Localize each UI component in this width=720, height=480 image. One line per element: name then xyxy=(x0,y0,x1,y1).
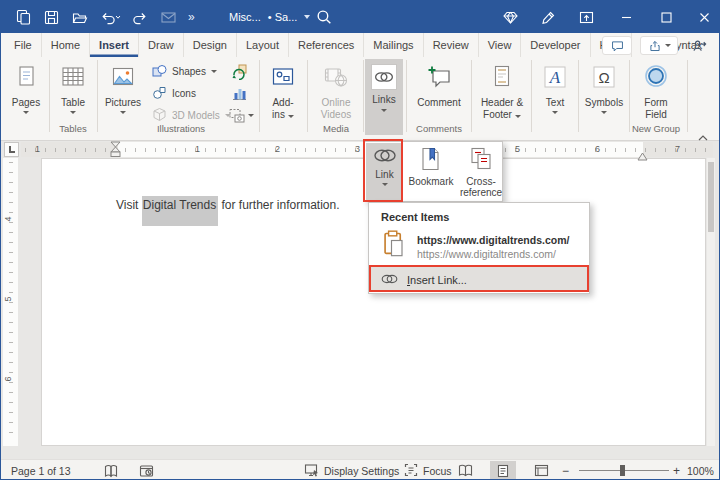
tab-review[interactable]: Review xyxy=(423,33,478,57)
chevron-down-icon xyxy=(304,15,310,19)
chevron-down-icon xyxy=(601,111,607,114)
tab-draw[interactable]: Draw xyxy=(138,33,183,57)
chevron-down-icon xyxy=(552,111,558,114)
ruler-mark: 1 xyxy=(35,144,40,154)
recent-link-subtitle: https://www.digitaltrends.com/ xyxy=(417,248,556,260)
link-menu-item[interactable]: Link xyxy=(366,143,403,201)
autosave-status: • Sa... xyxy=(268,11,298,23)
link-icon xyxy=(373,147,397,166)
comments-button[interactable] xyxy=(602,36,632,55)
tab-references[interactable]: References xyxy=(288,33,363,57)
chart-button[interactable] xyxy=(231,85,248,102)
svg-text:A: A xyxy=(549,68,561,87)
pages-button[interactable]: Pages xyxy=(7,59,45,135)
3d-models-button: 3D Models xyxy=(152,107,231,124)
ruler-mark: 5 xyxy=(515,144,520,154)
chevron-down-icon xyxy=(120,111,126,114)
chevron-down-icon xyxy=(381,109,387,112)
document-title[interactable]: Misc... • Sa... xyxy=(229,1,310,33)
zoom-level[interactable]: 100% xyxy=(687,460,714,480)
tab-developer[interactable]: Developer xyxy=(520,33,589,57)
tab-design[interactable]: Design xyxy=(183,33,236,57)
vertical-ruler[interactable]: 4 5 6 xyxy=(3,158,18,446)
tab-stop-icon xyxy=(9,146,15,153)
zoom-slider-thumb[interactable] xyxy=(620,465,625,476)
tab-file[interactable]: File xyxy=(5,33,41,57)
link-submenu: Recent Items https://www.digitaltrends.c… xyxy=(368,202,590,294)
presenter-icon[interactable] xyxy=(691,38,708,58)
save-icon[interactable] xyxy=(43,9,60,26)
quick-access-toolbar: » xyxy=(15,1,196,33)
shapes-button[interactable]: Shapes xyxy=(152,63,217,80)
chevron-down-icon xyxy=(382,183,388,186)
right-indent-marker[interactable] xyxy=(637,147,648,165)
search-icon[interactable] xyxy=(315,8,333,30)
tab-mailings[interactable]: Mailings xyxy=(363,33,422,57)
print-layout-button[interactable] xyxy=(490,461,516,480)
tab-home[interactable]: Home xyxy=(41,33,89,57)
bookmark-icon xyxy=(420,147,442,173)
insert-link-menu-item[interactable]: Insert Link... xyxy=(371,267,589,292)
header-footer-button[interactable]: Header & Footer xyxy=(475,59,529,135)
group-label-media: Media xyxy=(311,123,361,134)
text-button[interactable]: A Text xyxy=(535,59,575,135)
minimize-button[interactable] xyxy=(609,1,643,33)
maximize-button[interactable] xyxy=(649,1,683,33)
symbols-button[interactable]: Ω Symbols xyxy=(582,59,626,135)
3d-models-icon xyxy=(152,107,167,124)
links-button[interactable]: Links xyxy=(365,59,403,135)
chevron-down-icon xyxy=(515,115,521,118)
close-button[interactable] xyxy=(687,1,720,33)
links-icon xyxy=(371,64,397,90)
addin-gem-icon[interactable] xyxy=(493,1,527,33)
open-folder-icon[interactable] xyxy=(71,9,88,26)
indent-marker[interactable] xyxy=(110,141,121,162)
ribbon-display-options-icon[interactable] xyxy=(569,1,603,33)
ruler-mark: 3 xyxy=(355,144,360,154)
ribbon: Pages Table Tables Pictures Shapes Icons xyxy=(1,57,719,141)
zoom-in-button[interactable]: + xyxy=(673,460,680,480)
tab-layout[interactable]: Layout xyxy=(236,33,288,57)
zoom-out-button[interactable]: − xyxy=(562,460,569,480)
bookmark-menu-item[interactable]: Bookmark xyxy=(403,143,459,201)
online-videos-icon xyxy=(323,64,349,93)
screenshot-button[interactable] xyxy=(229,107,254,124)
tab-selector-button[interactable] xyxy=(4,142,19,157)
read-mode-button[interactable] xyxy=(452,461,478,480)
icons-button[interactable]: Icons xyxy=(152,85,196,102)
document-text-line[interactable]: Visit Digital Trends for further informa… xyxy=(116,198,340,212)
insert-link-icon xyxy=(381,273,398,287)
header-footer-icon xyxy=(489,64,515,93)
web-layout-button[interactable] xyxy=(528,461,554,480)
redo-icon[interactable] xyxy=(132,9,149,26)
autosave-history-icon[interactable] xyxy=(139,460,154,480)
ruler-mark: 5 xyxy=(3,296,13,301)
document-area: 1 1 2 3 4 5 6 7 4 5 6 Visit Digital Tren… xyxy=(1,141,719,459)
email-icon xyxy=(160,9,177,26)
ruler-mark: 4 xyxy=(3,216,13,221)
tab-insert[interactable]: Insert xyxy=(89,33,138,57)
comment-icon xyxy=(426,64,452,93)
qat-overflow-button[interactable]: » xyxy=(188,10,196,24)
ruler-mark: 6 xyxy=(595,144,600,154)
tab-view[interactable]: View xyxy=(478,33,521,57)
add-ins-button[interactable]: Add- ins xyxy=(263,59,303,135)
recent-link-title[interactable]: https://www.digitaltrends.com/ xyxy=(417,234,569,246)
smartart-button[interactable] xyxy=(231,63,248,80)
vertical-scrollbar[interactable] xyxy=(707,158,715,446)
share-button[interactable] xyxy=(640,36,678,55)
cross-reference-icon xyxy=(469,147,493,173)
ink-editor-icon[interactable] xyxy=(531,1,565,33)
clipboard-icon xyxy=(383,230,407,262)
cross-reference-menu-item[interactable]: Cross- reference xyxy=(459,143,503,201)
icons-icon xyxy=(152,85,167,102)
status-bar: Page 1 of 13 Display Settings Focus − + … xyxy=(1,459,719,480)
focus-button[interactable]: Focus xyxy=(404,460,452,480)
scrollbar-thumb[interactable] xyxy=(708,162,714,232)
paste-icon[interactable] xyxy=(15,9,32,26)
page-indicator[interactable]: Page 1 of 13 xyxy=(11,460,71,480)
undo-icon[interactable] xyxy=(99,9,121,26)
proofing-icon[interactable] xyxy=(104,460,118,480)
shapes-icon xyxy=(152,63,167,80)
display-settings-button[interactable]: Display Settings xyxy=(304,460,399,480)
